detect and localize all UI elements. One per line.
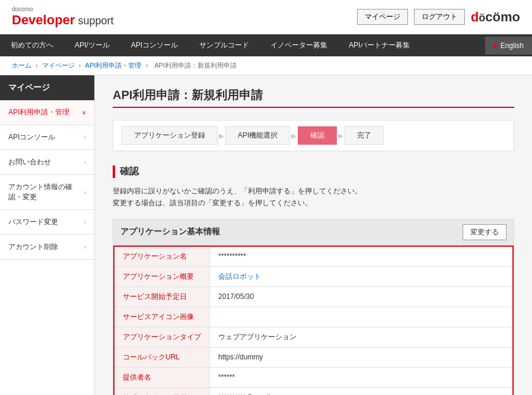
section-title-confirm: 確認 bbox=[113, 165, 514, 178]
step-arrow-2: ▶ bbox=[291, 132, 297, 140]
breadcrumb-sep1: › bbox=[36, 62, 40, 69]
value-service-start: 2017/05/30 bbox=[210, 286, 514, 307]
step-api-select: API機能選択 bbox=[225, 126, 290, 145]
value-app-summary: 会話ロボット bbox=[210, 266, 514, 286]
confirm-text-line1: 登録内容に誤りがないかご確認のうえ、「利用申請する」を押してください。 bbox=[113, 185, 514, 197]
chevron-right-icon-5: › bbox=[84, 244, 86, 250]
sidebar-item-delete[interactable]: アカウント削除 › bbox=[0, 235, 94, 260]
chevron-right-icon-2: › bbox=[84, 159, 86, 165]
chevron-down-icon: ∨ bbox=[82, 109, 86, 116]
table-row: コールバックURL https://dummy bbox=[114, 347, 513, 367]
page-title: API利用申請：新規利用申請 bbox=[113, 87, 514, 103]
nav-item-api-console[interactable]: APIコンソール bbox=[120, 34, 189, 56]
app-summary-link[interactable]: 会話ロボット bbox=[218, 272, 261, 281]
app-info-table: アプリケーション名 ********** アプリケーション概要 会話ロボット サ… bbox=[113, 246, 514, 395]
sidebar: マイページ API利用申請・管理 ∨ APIコンソール › お問い合わせ › ア… bbox=[0, 75, 95, 395]
docomo-logo: döcömo bbox=[471, 9, 520, 25]
value-app-name: ********** bbox=[210, 246, 514, 267]
my-page-button[interactable]: マイページ bbox=[357, 9, 408, 25]
breadcrumb: ホーム › マイページ › API利用申請・管理 › API利用申請：新規利用申… bbox=[0, 56, 532, 75]
sidebar-label-account-info: アカウント情報の確認・変更 bbox=[8, 182, 84, 202]
table-row: サービスアイコン画像 bbox=[114, 307, 513, 327]
app-info-title: アプリケーション基本情報 bbox=[120, 227, 220, 237]
app-info-header: アプリケーション基本情報 変更する bbox=[113, 219, 514, 246]
sidebar-label-api-mgmt: API利用申請・管理 bbox=[8, 107, 69, 117]
step-complete: 完了 bbox=[345, 126, 384, 145]
logo: Developer support bbox=[12, 12, 113, 28]
sidebar-item-password[interactable]: パスワード変更 › bbox=[0, 210, 94, 235]
table-row: アプリケーション概要 会話ロボット bbox=[114, 266, 513, 286]
nav-item-partner[interactable]: APIパートナー募集 bbox=[338, 34, 420, 56]
table-row: サービス開始予定日 2017/05/30 bbox=[114, 286, 513, 307]
logout-button[interactable]: ログアウト bbox=[414, 9, 465, 25]
step-confirm: 確認 bbox=[298, 126, 337, 145]
steps-bar: アプリケーション登録 ▶ API機能選択 ▶ 確認 ▶ 完了 bbox=[113, 120, 514, 151]
logo-developer-text: Developer bbox=[12, 12, 75, 27]
sidebar-item-account-info[interactable]: アカウント情報の確認・変更 › bbox=[0, 175, 94, 210]
sidebar-label-api-console: APIコンソール bbox=[8, 132, 55, 142]
table-row: 提供者名 ****** bbox=[114, 367, 513, 387]
sidebar-label-inquiry: お問い合わせ bbox=[8, 157, 51, 167]
main-layout: マイページ API利用申請・管理 ∨ APIコンソール › お問い合わせ › ア… bbox=[0, 75, 532, 395]
confirm-text-line2: 変更する場合は、該当項目の「変更する」を押してください。 bbox=[113, 197, 514, 209]
nav-item-sample[interactable]: サンプルコード bbox=[189, 34, 260, 56]
main-content: API利用申請：新規利用申請 アプリケーション登録 ▶ API機能選択 ▶ 確認… bbox=[95, 75, 532, 395]
label-provider: 提供者名 bbox=[114, 367, 210, 387]
change-button[interactable]: 変更する bbox=[463, 224, 506, 240]
logo-area: docomo Developer support bbox=[12, 6, 113, 28]
english-selector[interactable]: ▶ English bbox=[485, 37, 532, 55]
chevron-right-icon-3: › bbox=[84, 189, 86, 196]
label-service-icon: サービスアイコン画像 bbox=[114, 307, 210, 327]
chevron-right-icon-4: › bbox=[84, 219, 86, 225]
label-app-summary: アプリケーション概要 bbox=[114, 266, 210, 286]
label-service-start: サービス開始予定日 bbox=[114, 286, 210, 307]
confirm-description: 登録内容に誤りがないかご確認のうえ、「利用申請する」を押してください。 変更する… bbox=[113, 185, 514, 209]
sidebar-item-api-mgmt[interactable]: API利用申請・管理 ∨ bbox=[0, 100, 94, 125]
main-nav: 初めての方へ API/ツール APIコンソール サンプルコード イノベーター募集… bbox=[0, 34, 532, 56]
breadcrumb-current: API利用申請：新規利用申請 bbox=[154, 62, 237, 69]
step-arrow-3: ▶ bbox=[338, 132, 343, 140]
header-right: マイページ ログアウト döcömo bbox=[357, 9, 520, 25]
table-row: アプリケーション名 ********** bbox=[114, 246, 513, 267]
label-app-type: アプリケーションタイプ bbox=[114, 327, 210, 347]
value-service-icon bbox=[210, 307, 514, 327]
breadcrumb-home[interactable]: ホーム bbox=[12, 62, 31, 69]
label-app-name: アプリケーション名 bbox=[114, 246, 210, 267]
english-label: English bbox=[501, 42, 524, 50]
value-callback-url: https://dummy bbox=[210, 347, 514, 367]
english-arrow-icon: ▶ bbox=[493, 42, 498, 49]
title-divider bbox=[113, 107, 514, 108]
step-app-register: アプリケーション登録 bbox=[122, 126, 218, 145]
sidebar-item-inquiry[interactable]: お問い合わせ › bbox=[0, 150, 94, 175]
table-row: アプリケーションタイプ ウェブアプリケーション bbox=[114, 327, 513, 347]
value-app-type: ウェブアプリケーション bbox=[210, 327, 514, 347]
nav-item-hajimete[interactable]: 初めての方へ bbox=[0, 34, 64, 56]
breadcrumb-sep3: › bbox=[145, 62, 149, 69]
docomo-small-label: docomo bbox=[12, 6, 113, 12]
sidebar-label-delete: アカウント削除 bbox=[8, 242, 58, 252]
app-info-section: アプリケーション基本情報 変更する アプリケーション名 ********** ア… bbox=[113, 219, 514, 395]
breadcrumb-mypage[interactable]: マイページ bbox=[42, 62, 75, 69]
sidebar-label-password: パスワード変更 bbox=[8, 217, 58, 227]
breadcrumb-api-mgmt[interactable]: API利用申請・管理 bbox=[85, 62, 142, 69]
value-support-email: **********@gmail.com bbox=[210, 387, 514, 395]
label-callback-url: コールバックURL bbox=[114, 347, 210, 367]
sidebar-item-api-console[interactable]: APIコンソール › bbox=[0, 125, 94, 150]
label-support-email: サポートメールアドレス bbox=[114, 387, 210, 395]
table-row: サポートメールアドレス **********@gmail.com bbox=[114, 387, 513, 395]
chevron-right-icon-1: › bbox=[84, 134, 86, 141]
header: docomo Developer support マイページ ログアウト döc… bbox=[0, 0, 532, 34]
step-arrow-1: ▶ bbox=[219, 132, 224, 140]
sidebar-title: マイページ bbox=[0, 75, 94, 100]
nav-item-innovator[interactable]: イノベーター募集 bbox=[260, 34, 338, 56]
breadcrumb-sep2: › bbox=[79, 62, 83, 69]
logo-support-text: support bbox=[75, 15, 113, 27]
nav-item-api-tools[interactable]: API/ツール bbox=[64, 34, 120, 56]
value-provider: ****** bbox=[210, 367, 514, 387]
